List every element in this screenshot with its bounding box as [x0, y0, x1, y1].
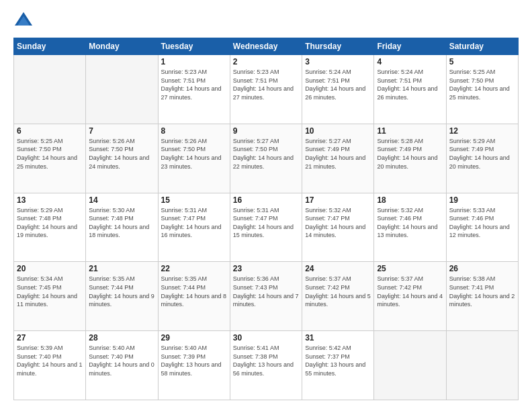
day-number: 23	[233, 264, 299, 273]
day-info: Sunrise: 5:41 AMSunset: 7:38 PMDaylight:…	[233, 344, 299, 377]
day-info: Sunrise: 5:23 AMSunset: 7:51 PMDaylight:…	[161, 68, 227, 101]
day-info: Sunrise: 5:26 AMSunset: 7:50 PMDaylight:…	[161, 137, 227, 171]
day-number: 12	[449, 126, 515, 136]
day-info: Sunrise: 5:23 AMSunset: 7:51 PMDaylight:…	[233, 68, 299, 101]
day-number: 17	[305, 195, 371, 205]
day-info: Sunrise: 5:33 AMSunset: 7:46 PMDaylight:…	[449, 206, 515, 240]
day-number: 30	[233, 333, 299, 342]
day-info: Sunrise: 5:30 AMSunset: 7:48 PMDaylight:…	[89, 206, 154, 240]
day-number: 5	[449, 57, 515, 66]
day-number: 21	[89, 264, 154, 273]
calendar-cell: 25Sunrise: 5:37 AMSunset: 7:42 PMDayligh…	[374, 262, 446, 331]
calendar-cell: 6Sunrise: 5:25 AMSunset: 7:50 PMDaylight…	[14, 124, 86, 193]
day-number: 2	[233, 57, 299, 66]
day-info: Sunrise: 5:35 AMSunset: 7:44 PMDaylight:…	[161, 275, 227, 308]
day-number: 11	[377, 126, 443, 136]
day-number: 27	[17, 333, 83, 342]
calendar-cell: 24Sunrise: 5:37 AMSunset: 7:42 PMDayligh…	[302, 262, 374, 331]
day-number: 16	[233, 195, 299, 205]
day-number: 9	[233, 126, 299, 136]
day-info: Sunrise: 5:36 AMSunset: 7:43 PMDaylight:…	[233, 275, 299, 308]
calendar-cell: 21Sunrise: 5:35 AMSunset: 7:44 PMDayligh…	[86, 262, 158, 331]
day-number: 26	[449, 264, 515, 273]
day-number: 19	[449, 195, 515, 205]
day-info: Sunrise: 5:27 AMSunset: 7:49 PMDaylight:…	[305, 137, 371, 171]
day-number: 18	[377, 195, 443, 205]
week-row-3: 13Sunrise: 5:29 AMSunset: 7:48 PMDayligh…	[14, 193, 519, 262]
day-number: 7	[89, 126, 154, 136]
calendar-cell: 1Sunrise: 5:23 AMSunset: 7:51 PMDaylight…	[158, 55, 230, 124]
calendar-cell: 14Sunrise: 5:30 AMSunset: 7:48 PMDayligh…	[86, 193, 158, 262]
day-number: 22	[161, 264, 227, 273]
weekday-header-friday: Friday	[374, 38, 446, 55]
day-info: Sunrise: 5:29 AMSunset: 7:48 PMDaylight:…	[17, 206, 83, 240]
page: SundayMondayTuesdayWednesdayThursdayFrid…	[0, 0, 532, 411]
weekday-header-monday: Monday	[86, 38, 158, 55]
day-number: 3	[305, 57, 371, 66]
calendar-cell	[446, 331, 518, 400]
day-info: Sunrise: 5:25 AMSunset: 7:50 PMDaylight:…	[17, 137, 83, 171]
day-number: 24	[305, 264, 371, 273]
day-info: Sunrise: 5:29 AMSunset: 7:49 PMDaylight:…	[449, 137, 515, 171]
day-number: 29	[161, 333, 227, 342]
calendar-cell: 10Sunrise: 5:27 AMSunset: 7:49 PMDayligh…	[302, 124, 374, 193]
weekday-header-saturday: Saturday	[446, 38, 518, 55]
calendar-cell: 9Sunrise: 5:27 AMSunset: 7:50 PMDaylight…	[230, 124, 302, 193]
calendar-cell: 11Sunrise: 5:28 AMSunset: 7:49 PMDayligh…	[374, 124, 446, 193]
day-number: 1	[161, 57, 227, 66]
weekday-header-tuesday: Tuesday	[158, 38, 230, 55]
calendar-cell: 13Sunrise: 5:29 AMSunset: 7:48 PMDayligh…	[14, 193, 86, 262]
day-info: Sunrise: 5:24 AMSunset: 7:51 PMDaylight:…	[377, 68, 443, 101]
day-number: 25	[377, 264, 443, 273]
calendar-cell: 18Sunrise: 5:32 AMSunset: 7:46 PMDayligh…	[374, 193, 446, 262]
calendar-cell: 7Sunrise: 5:26 AMSunset: 7:50 PMDaylight…	[86, 124, 158, 193]
calendar-cell: 17Sunrise: 5:32 AMSunset: 7:47 PMDayligh…	[302, 193, 374, 262]
calendar-cell: 31Sunrise: 5:42 AMSunset: 7:37 PMDayligh…	[302, 331, 374, 400]
day-info: Sunrise: 5:37 AMSunset: 7:42 PMDaylight:…	[377, 275, 443, 308]
week-row-2: 6Sunrise: 5:25 AMSunset: 7:50 PMDaylight…	[14, 124, 519, 193]
day-info: Sunrise: 5:32 AMSunset: 7:47 PMDaylight:…	[305, 206, 371, 240]
calendar-cell: 22Sunrise: 5:35 AMSunset: 7:44 PMDayligh…	[158, 262, 230, 331]
weekday-header-wednesday: Wednesday	[230, 38, 302, 55]
calendar-cell: 2Sunrise: 5:23 AMSunset: 7:51 PMDaylight…	[230, 55, 302, 124]
day-info: Sunrise: 5:37 AMSunset: 7:42 PMDaylight:…	[305, 275, 371, 308]
calendar-cell: 29Sunrise: 5:40 AMSunset: 7:39 PMDayligh…	[158, 331, 230, 400]
day-info: Sunrise: 5:28 AMSunset: 7:49 PMDaylight:…	[377, 137, 443, 171]
calendar-cell: 4Sunrise: 5:24 AMSunset: 7:51 PMDaylight…	[374, 55, 446, 124]
week-row-5: 27Sunrise: 5:39 AMSunset: 7:40 PMDayligh…	[14, 331, 519, 400]
calendar-cell: 30Sunrise: 5:41 AMSunset: 7:38 PMDayligh…	[230, 331, 302, 400]
calendar-cell: 5Sunrise: 5:25 AMSunset: 7:50 PMDaylight…	[446, 55, 518, 124]
week-row-1: 1Sunrise: 5:23 AMSunset: 7:51 PMDaylight…	[14, 55, 519, 124]
week-row-4: 20Sunrise: 5:34 AMSunset: 7:45 PMDayligh…	[14, 262, 519, 331]
logo-icon	[13, 11, 34, 31]
calendar-cell: 16Sunrise: 5:31 AMSunset: 7:47 PMDayligh…	[230, 193, 302, 262]
day-number: 10	[305, 126, 371, 136]
day-number: 14	[89, 195, 154, 205]
weekday-header-row: SundayMondayTuesdayWednesdayThursdayFrid…	[14, 38, 519, 55]
day-number: 15	[161, 195, 227, 205]
day-number: 6	[17, 126, 83, 136]
day-info: Sunrise: 5:34 AMSunset: 7:45 PMDaylight:…	[17, 275, 83, 308]
day-info: Sunrise: 5:24 AMSunset: 7:51 PMDaylight:…	[305, 68, 371, 101]
calendar-cell: 23Sunrise: 5:36 AMSunset: 7:43 PMDayligh…	[230, 262, 302, 331]
calendar-cell: 8Sunrise: 5:26 AMSunset: 7:50 PMDaylight…	[158, 124, 230, 193]
calendar-cell: 28Sunrise: 5:40 AMSunset: 7:40 PMDayligh…	[86, 331, 158, 400]
calendar-cell	[374, 331, 446, 400]
day-number: 13	[17, 195, 83, 205]
day-number: 4	[377, 57, 443, 66]
calendar-cell	[14, 55, 86, 124]
day-info: Sunrise: 5:25 AMSunset: 7:50 PMDaylight:…	[449, 68, 515, 101]
day-info: Sunrise: 5:32 AMSunset: 7:46 PMDaylight:…	[377, 206, 443, 240]
day-number: 28	[89, 333, 154, 342]
day-info: Sunrise: 5:31 AMSunset: 7:47 PMDaylight:…	[161, 206, 227, 240]
weekday-header-sunday: Sunday	[14, 38, 86, 55]
day-number: 8	[161, 126, 227, 136]
calendar-cell: 12Sunrise: 5:29 AMSunset: 7:49 PMDayligh…	[446, 124, 518, 193]
day-number: 31	[305, 333, 371, 342]
day-info: Sunrise: 5:42 AMSunset: 7:37 PMDaylight:…	[305, 344, 371, 377]
calendar-cell	[86, 55, 158, 124]
calendar-cell: 20Sunrise: 5:34 AMSunset: 7:45 PMDayligh…	[14, 262, 86, 331]
day-info: Sunrise: 5:31 AMSunset: 7:47 PMDaylight:…	[233, 206, 299, 240]
day-info: Sunrise: 5:35 AMSunset: 7:44 PMDaylight:…	[89, 275, 154, 308]
day-info: Sunrise: 5:27 AMSunset: 7:50 PMDaylight:…	[233, 137, 299, 171]
